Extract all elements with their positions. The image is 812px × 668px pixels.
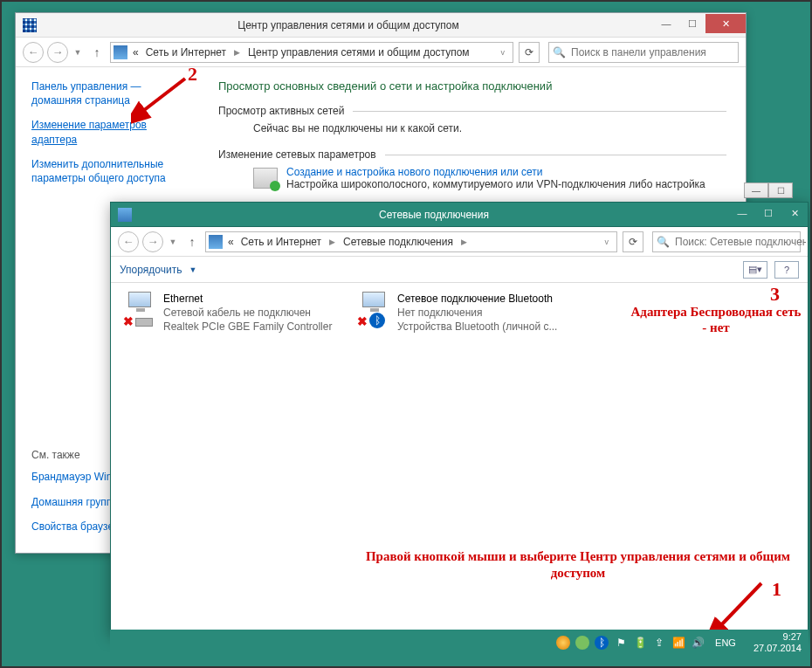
- ethernet-plug-icon: [135, 318, 153, 327]
- tray-icon-user[interactable]: [556, 636, 570, 650]
- sidebar-sharing-link[interactable]: Изменить дополнительные параметры общего…: [31, 157, 189, 185]
- tray-icon-volume[interactable]: 🔊: [691, 636, 705, 650]
- address-icon: [114, 45, 127, 59]
- bluetooth-icon: ᛒ: [369, 313, 385, 328]
- no-connection-text: Сейчас вы не подключены ни к какой сети.: [218, 122, 726, 134]
- network-center-icon: [23, 18, 37, 32]
- divider: [385, 155, 726, 155]
- section-change-params: Изменение сетевых параметров: [218, 148, 726, 161]
- tray-icon-skype[interactable]: [575, 636, 589, 650]
- network-connections-icon: [118, 208, 132, 222]
- tray-icon-network[interactable]: 📶: [671, 636, 685, 650]
- new-connection-desc: Настройка широкополосного, коммутируемог…: [286, 178, 705, 190]
- new-connection-icon: [253, 168, 278, 189]
- toolbar: Упорядочить ▼ ▤▾ ?: [111, 257, 808, 283]
- maximize-button[interactable]: [755, 203, 781, 223]
- refresh-button[interactable]: ⟳: [519, 42, 540, 63]
- connection-status: Сетевой кабель не подключен: [163, 306, 341, 320]
- crumb-2[interactable]: Сетевые подключения: [341, 236, 455, 248]
- connection-name: Ethernet: [163, 292, 341, 306]
- new-connection-link[interactable]: Создание и настройка нового подключения …: [286, 166, 705, 178]
- help-button[interactable]: ?: [774, 261, 799, 279]
- connection-name: Сетевое подключение Bluetooth: [397, 292, 575, 306]
- new-connection-task[interactable]: Создание и настройка нового подключения …: [218, 166, 726, 190]
- annotation-arrow-2: [131, 73, 192, 126]
- annotation-text-3: Адаптера Беспроводная сеть - нет: [629, 304, 803, 335]
- section-active-label: Просмотр активных сетей: [218, 105, 344, 117]
- crumb-sep-icon[interactable]: ▶: [231, 48, 243, 57]
- search-icon: 🔍: [657, 236, 670, 248]
- adapter-icon: ✖ᛒ: [357, 292, 392, 327]
- crumb-sep-icon[interactable]: ▶: [327, 238, 338, 246]
- address-dropdown-icon[interactable]: v: [600, 238, 615, 246]
- annotation-number-3: 3: [770, 283, 780, 306]
- crumb-sep-icon[interactable]: ▶: [458, 238, 470, 246]
- window-title: Центр управления сетями и общим доступом: [44, 19, 653, 31]
- back-button[interactable]: ←: [23, 42, 44, 63]
- svg-line-0: [140, 79, 185, 114]
- close-button[interactable]: [705, 14, 746, 33]
- section-active-networks: Просмотр активных сетей: [218, 105, 726, 117]
- search-input[interactable]: [673, 235, 808, 249]
- minimize-button[interactable]: [653, 14, 679, 33]
- tray-time: 9:27: [754, 631, 802, 643]
- crumb-1[interactable]: Сеть и Интернет: [144, 46, 228, 59]
- forward-button[interactable]: →: [47, 42, 68, 63]
- address-dropdown-icon[interactable]: v: [496, 48, 511, 57]
- back-button[interactable]: ←: [118, 231, 139, 252]
- tray-icon-removable[interactable]: ⇪: [652, 636, 666, 650]
- tray-date: 27.07.2014: [754, 643, 802, 654]
- titlebar[interactable]: Сетевые подключения: [111, 203, 808, 227]
- bg-minimize-button[interactable]: —: [744, 182, 768, 198]
- address-bar[interactable]: « Сеть и Интернет ▶ Сетевые подключения …: [205, 231, 617, 252]
- titlebar[interactable]: Центр управления сетями и общим доступом: [16, 13, 746, 38]
- annotation-number-1: 1: [772, 578, 781, 601]
- address-icon: [209, 235, 223, 249]
- view-options-button[interactable]: ▤▾: [743, 261, 767, 279]
- bg-maximize-button[interactable]: ☐: [768, 182, 793, 198]
- connection-device: Устройства Bluetooth (личной с...: [397, 320, 575, 334]
- connection-device: Realtek PCIe GBE Family Controller: [163, 320, 341, 334]
- address-bar[interactable]: « Сеть и Интернет ▶ Центр управления сет…: [110, 42, 513, 63]
- up-button[interactable]: ↑: [87, 43, 107, 62]
- connection-item[interactable]: ✖EthernetСетевой кабель не подключенReal…: [120, 288, 345, 338]
- connection-item[interactable]: ✖ᛒСетевое подключение BluetoothНет подкл…: [354, 288, 579, 338]
- svg-line-1: [718, 583, 761, 629]
- background-window-buttons: — ☐: [744, 182, 793, 198]
- maximize-button[interactable]: [679, 14, 705, 33]
- up-button[interactable]: ↑: [182, 232, 202, 251]
- tray-icon-bluetooth[interactable]: ᛒ: [595, 636, 609, 650]
- annotation-text-1: Правой кнопкой мыши и выберите Центр упр…: [360, 548, 796, 582]
- window-buttons: [653, 17, 746, 33]
- taskbar[interactable]: ᛒ ⚑ 🔋 ⇪ 📶 🔊 ENG 9:27 27.07.2014: [110, 630, 809, 656]
- tray-icon-action-center[interactable]: ⚑: [614, 636, 628, 650]
- organize-menu[interactable]: Упорядочить: [120, 264, 182, 276]
- search-icon: 🔍: [553, 46, 566, 59]
- tray-language[interactable]: ENG: [715, 637, 736, 648]
- window-title: Сетевые подключения: [139, 209, 729, 221]
- page-heading: Просмотр основных сведений о сети и наст…: [218, 79, 726, 93]
- error-x-icon: ✖: [123, 314, 135, 327]
- crumb-prefix: «: [131, 46, 141, 59]
- navigation-row: ← → ▼ ↑ « Сеть и Интернет ▶ Центр управл…: [16, 38, 746, 67]
- minimize-button[interactable]: [729, 203, 755, 223]
- history-dropdown[interactable]: ▼: [167, 231, 179, 252]
- tray-clock[interactable]: 9:27 27.07.2014: [754, 631, 802, 653]
- search-input[interactable]: [569, 45, 734, 59]
- crumb-1[interactable]: Сеть и Интернет: [239, 236, 323, 248]
- connection-status: Нет подключения: [397, 306, 575, 320]
- tray-icon-battery[interactable]: 🔋: [633, 636, 647, 650]
- forward-button[interactable]: →: [142, 231, 163, 252]
- crumb-prefix: «: [226, 236, 236, 248]
- crumb-2[interactable]: Центр управления сетями и общим доступом: [246, 46, 471, 59]
- section-params-label: Изменение сетевых параметров: [218, 148, 376, 161]
- search-box[interactable]: 🔍: [548, 42, 739, 63]
- error-x-icon: ✖: [357, 314, 369, 327]
- organize-dropdown-icon[interactable]: ▼: [189, 265, 196, 274]
- divider: [353, 111, 726, 112]
- refresh-button[interactable]: ⟳: [623, 231, 643, 252]
- window-buttons: [729, 206, 808, 223]
- close-button[interactable]: [781, 203, 808, 223]
- history-dropdown[interactable]: ▼: [72, 42, 84, 63]
- search-box[interactable]: 🔍: [652, 231, 801, 252]
